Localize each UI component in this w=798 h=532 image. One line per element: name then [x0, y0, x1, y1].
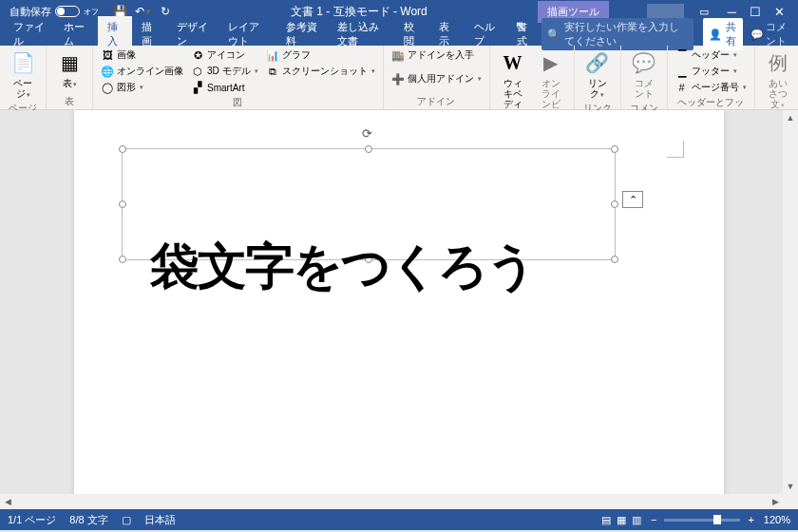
page-number-button[interactable]: #ページ番号▾	[674, 80, 749, 95]
horizontal-scrollbar[interactable]: ◀ ▶	[0, 494, 798, 509]
status-proofing[interactable]: ▢	[122, 514, 131, 526]
comment-button[interactable]: 💬 コメント	[750, 20, 794, 48]
insert-comment-button[interactable]: 💬 コメント	[627, 48, 661, 101]
close-icon[interactable]: ✕	[774, 5, 785, 19]
online-picture-icon: 🌐	[101, 65, 114, 78]
share-icon: 👤	[709, 28, 722, 41]
resize-handle-n[interactable]	[365, 145, 372, 153]
comment-icon: 💬	[750, 28, 764, 41]
scroll-down-icon[interactable]: ▼	[783, 479, 798, 494]
cube-icon: ⬡	[191, 65, 204, 78]
resize-handle-se[interactable]	[611, 256, 618, 263]
link-button[interactable]: 🔗 リンク▾	[580, 48, 615, 101]
screenshot-button[interactable]: ⧉スクリーンショット▾	[264, 64, 377, 79]
vertical-scrollbar[interactable]: ▲ ▼	[783, 110, 798, 509]
layout-options-button[interactable]: ⌃	[622, 191, 643, 208]
screenshot-icon: ⧉	[266, 65, 279, 78]
rotate-handle[interactable]	[362, 126, 375, 140]
footer-icon: ▁	[675, 65, 689, 78]
margin-indicator	[667, 141, 684, 158]
wordart-text[interactable]: 袋文字をつくろう	[150, 234, 535, 300]
status-page[interactable]: 1/1 ページ	[8, 513, 56, 527]
status-word-count[interactable]: 8/8 文字	[69, 513, 107, 527]
layout-options-icon: ⌃	[629, 194, 637, 206]
shapes-icon: ◯	[101, 81, 114, 94]
addin-icon: ➕	[391, 72, 405, 86]
picture-icon: 🖼	[101, 48, 114, 62]
resize-handle-sw[interactable]	[119, 256, 126, 263]
group-addins: アドイン	[390, 94, 484, 109]
pagenum-icon: #	[675, 81, 689, 94]
pictures-button[interactable]: 🖼画像	[99, 48, 185, 63]
my-addins-button[interactable]: ➕個人用アドイン▾	[390, 71, 484, 86]
resize-handle-nw[interactable]	[119, 145, 126, 153]
header-button[interactable]: ▔ヘッダー▾	[674, 48, 749, 63]
shapes-button[interactable]: ◯図形▾	[99, 80, 185, 95]
wikipedia-icon: W	[500, 49, 526, 76]
icons-button[interactable]: ✪アイコン	[189, 48, 260, 63]
link-icon: 🔗	[584, 49, 611, 76]
view-print-icon[interactable]: ▦	[617, 514, 626, 526]
status-language[interactable]: 日本語	[144, 513, 176, 527]
online-pictures-button[interactable]: 🌐オンライン画像	[99, 64, 185, 79]
zoom-slider[interactable]	[664, 519, 740, 522]
minimize-icon[interactable]: ─	[728, 5, 736, 19]
page-icon: 📄	[10, 49, 36, 76]
resize-handle-e[interactable]	[611, 200, 618, 208]
resize-handle-ne[interactable]	[611, 145, 618, 153]
view-web-icon[interactable]: ▥	[632, 514, 641, 526]
scroll-right-icon[interactable]: ▶	[768, 494, 783, 509]
document-page[interactable]: ⌃ 袋文字をつくろう	[74, 110, 724, 509]
3dmodels-button[interactable]: ⬡3D モデル▾	[189, 64, 260, 79]
chart-icon: 📊	[266, 48, 279, 62]
maximize-icon[interactable]: ☐	[750, 5, 761, 19]
comment-bubble-icon: 💬	[631, 49, 657, 76]
user-account[interactable]	[647, 4, 684, 19]
smartart-icon: ▞	[191, 81, 204, 94]
smartart-button[interactable]: ▞SmartArt	[189, 80, 260, 95]
group-illustrations: 図	[99, 95, 377, 110]
chart-button[interactable]: 📊グラフ	[264, 48, 377, 63]
scroll-up-icon[interactable]: ▲	[783, 110, 798, 125]
zoom-in-button[interactable]: +	[748, 514, 753, 525]
icons-icon: ✪	[191, 48, 204, 62]
zoom-out-button[interactable]: −	[651, 514, 656, 525]
table-button[interactable]: ▦ 表▾	[52, 48, 86, 90]
scroll-left-icon[interactable]: ◀	[0, 494, 15, 509]
view-read-icon[interactable]: ▤	[601, 514, 611, 526]
resize-handle-w[interactable]	[119, 200, 126, 208]
group-tables: 表	[52, 94, 86, 109]
ribbon-options-icon[interactable]: ▭	[699, 6, 709, 18]
pages-button[interactable]: 📄 ページ▾	[6, 48, 40, 101]
table-icon: ▦	[56, 49, 83, 76]
header-icon: ▔	[675, 48, 689, 62]
store-icon: 🏬	[391, 48, 405, 62]
zoom-level[interactable]: 120%	[764, 514, 790, 525]
get-addins-button[interactable]: 🏬アドインを入手	[390, 48, 484, 63]
search-icon: 🔍	[547, 28, 560, 41]
greeting-icon: 例	[765, 49, 791, 76]
video-icon: ▶	[538, 49, 564, 76]
footer-button[interactable]: ▁フッター▾	[674, 64, 749, 79]
